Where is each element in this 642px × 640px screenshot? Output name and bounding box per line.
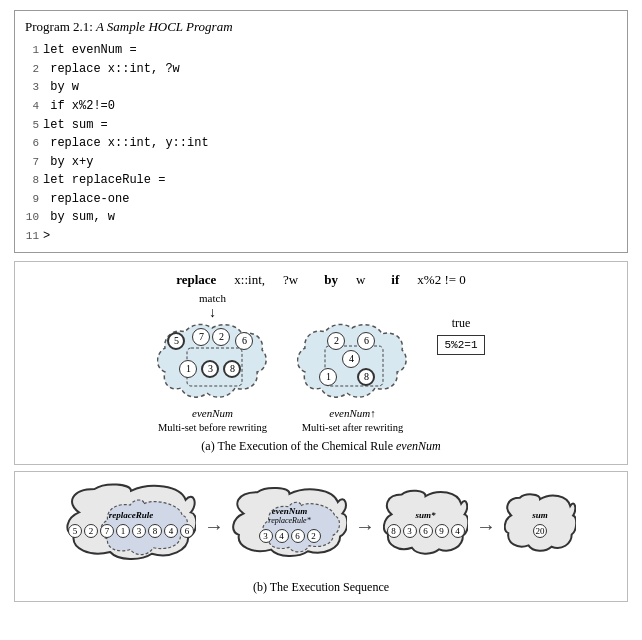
code-line: 10 by sum, w (25, 208, 617, 227)
number-circle: 8 (357, 368, 375, 386)
seq-number: 6 (180, 524, 194, 538)
true-label: true (452, 316, 471, 331)
seq-number: 9 (435, 524, 449, 538)
seq-cloud3: sum*83694 (383, 487, 468, 567)
line-code: let evenNum = (43, 43, 137, 57)
line-number: 3 (25, 79, 39, 96)
figure-a: replace x::int, ?w by w if x%2 != 0 matc… (14, 261, 628, 465)
seq-number: 3 (403, 524, 417, 538)
keyword-if: if (391, 272, 399, 288)
code-line: 2 replace x::int, ?w (25, 60, 617, 79)
rule-w: ?w (283, 272, 298, 288)
line-code: by w (43, 80, 79, 94)
right-cloud-name: evenNum↑ (329, 407, 375, 419)
program-title: Program 2.1: A Sample HOCL Program (25, 17, 617, 37)
seq-cloud2: evenNumreplaceRule*3462 (232, 484, 347, 570)
right-cloud: 26418 (297, 320, 407, 405)
line-code: replace x::int, y::int (43, 136, 209, 150)
keyword-replace: replace (176, 272, 216, 288)
code-line: 1let evenNum = (25, 41, 617, 60)
seq-number: 2 (84, 524, 98, 538)
line-code: by x+y (43, 155, 93, 169)
match-label: match (199, 292, 226, 304)
line-number: 10 (25, 209, 39, 226)
diagram-row: match ↓ 5726138 evenNum Multi-set before… (21, 292, 621, 433)
rule-header: replace x::int, ?w by w if x%2 != 0 (21, 272, 621, 288)
left-cloud-section: match ↓ 5726138 evenNum Multi-set before… (157, 292, 267, 433)
right-cloud-caption: Multi-set after rewriting (302, 422, 403, 433)
right-cloud-section: 26418 evenNum↑ Multi-set after rewriting (297, 292, 407, 433)
code-line: 7 by x+y (25, 153, 617, 172)
seq-row: replaceRule52713846→evenNumreplaceRule*3… (21, 480, 621, 574)
seq-cloud3-numbers: 83694 (387, 524, 465, 538)
true-section: true 5%2=1 (437, 316, 484, 355)
code-line: 6 replace x::int, y::int (25, 134, 617, 153)
line-code: let replaceRule = (43, 173, 165, 187)
line-number: 5 (25, 117, 39, 134)
seq-number: 7 (100, 524, 114, 538)
seq-cloud4-label: sum (532, 511, 548, 521)
seq-arrow-2: → (355, 515, 375, 538)
seq-cloud2-numbers: 3462 (259, 529, 321, 543)
line-number: 8 (25, 172, 39, 189)
line-code: replace x::int, ?w (43, 62, 180, 76)
number-circle: 3 (201, 360, 219, 378)
code-line: 3 by w (25, 78, 617, 97)
seq-number: 3 (132, 524, 146, 538)
seq-number: 20 (533, 524, 547, 538)
seq-cloud1-overlay: replaceRule52713846 (66, 480, 196, 570)
seq-number: 4 (275, 529, 289, 543)
line-number: 4 (25, 98, 39, 115)
number-circle: 4 (342, 350, 360, 368)
left-cloud-numbers: 5726138 (157, 320, 267, 405)
left-cloud-name: evenNum (192, 407, 233, 419)
figure-b: replaceRule52713846→evenNumreplaceRule*3… (14, 471, 628, 602)
number-circle: 5 (167, 332, 185, 350)
seq-cloud2-sublabel: replaceRule* (268, 517, 310, 526)
line-code: by sum, w (43, 210, 115, 224)
line-number: 11 (25, 228, 39, 245)
right-cloud-numbers: 26418 (297, 320, 407, 405)
code-line: 11> (25, 227, 617, 246)
seq-number: 4 (451, 524, 465, 538)
fig-caption-a: (a) The Execution of the Chemical Rule e… (21, 439, 621, 454)
program-box: Program 2.1: A Sample HOCL Program 1let … (14, 10, 628, 253)
line-number: 1 (25, 42, 39, 59)
code-lines: 1let evenNum =2 replace x::int, ?w3 by w… (25, 41, 617, 246)
code-line: 4 if x%2!=0 (25, 97, 617, 116)
seq-cloud4-numbers: 20 (533, 524, 547, 538)
number-circle: 1 (179, 360, 197, 378)
line-code: replace-one (43, 192, 129, 206)
seq-number: 5 (68, 524, 82, 538)
number-circle: 8 (223, 360, 241, 378)
left-cloud: 5726138 (157, 320, 267, 405)
seq-cloud2-overlay: evenNumreplaceRule*3462 (232, 484, 347, 566)
line-number: 9 (25, 191, 39, 208)
number-circle: 1 (319, 368, 337, 386)
line-number: 6 (25, 135, 39, 152)
code-line: 5let sum = (25, 116, 617, 135)
number-circle: 2 (327, 332, 345, 350)
calc-box: 5%2=1 (437, 335, 484, 355)
seq-cloud3-overlay: sum*83694 (383, 487, 468, 563)
seq-cloud1-numbers: 52713846 (68, 524, 194, 538)
number-circle: 6 (235, 332, 253, 350)
seq-cloud1-label: replaceRule (109, 511, 154, 521)
seq-number: 3 (259, 529, 273, 543)
rule-by-val: w (356, 272, 365, 288)
seq-arrow-3: → (476, 515, 496, 538)
number-circle: 2 (212, 328, 230, 346)
seq-number: 4 (164, 524, 178, 538)
if-section: true 5%2=1 (437, 292, 484, 355)
seq-number: 8 (387, 524, 401, 538)
seq-number: 1 (116, 524, 130, 538)
number-circle: 7 (192, 328, 210, 346)
seq-cloud3-label: sum* (415, 511, 435, 521)
line-number: 2 (25, 61, 39, 78)
seq-number: 6 (419, 524, 433, 538)
left-cloud-caption: Multi-set before rewriting (158, 422, 267, 433)
code-line: 9 replace-one (25, 190, 617, 209)
subfig-caption-b: (b) The Execution Sequence (21, 580, 621, 595)
match-col: match ↓ (199, 292, 226, 320)
seq-arrow-1: → (204, 515, 224, 538)
